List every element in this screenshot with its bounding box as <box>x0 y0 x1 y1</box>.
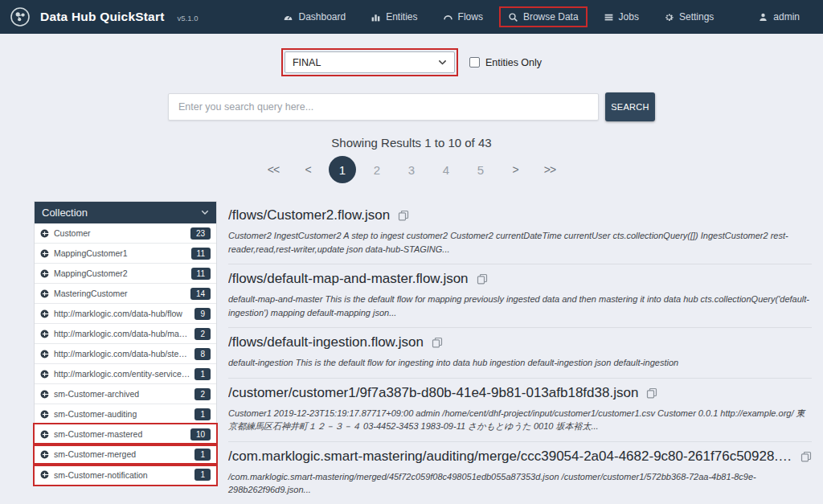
copy-icon[interactable] <box>477 273 488 285</box>
facet-item-label: sm-Customer-notification <box>54 470 148 480</box>
entities-only-checkbox[interactable]: Entities Only <box>469 57 542 68</box>
nav-item-label: Flows <box>458 11 483 23</box>
nav-item-settings[interactable]: Settings <box>655 6 723 27</box>
facet-item-masteringcustomer[interactable]: MasteringCustomer 14 <box>35 284 216 304</box>
facet-item-http-marklogic-com-entity-services-models[interactable]: http://marklogic.com/entity-services/mod… <box>35 364 216 384</box>
database-select[interactable]: FINAL <box>285 51 455 73</box>
copy-icon[interactable] <box>646 387 657 399</box>
facet-item-mappingcustomer2[interactable]: MappingCustomer2 11 <box>35 264 216 284</box>
search-results: /flows/Customer2.flow.json Customer2 Ing… <box>228 201 812 504</box>
circle-plus-icon[interactable] <box>40 450 49 459</box>
chevron-down-icon <box>438 59 447 65</box>
facet-item-label: sm-Customer-archived <box>54 389 139 399</box>
result-title-link[interactable]: /com.marklogic.smart-mastering/auditing/… <box>228 449 792 465</box>
result-title-link[interactable]: /flows/Customer2.flow.json <box>228 207 390 223</box>
settings-icon <box>664 12 674 23</box>
circle-plus-icon[interactable] <box>40 350 49 359</box>
dashboard-icon <box>283 12 293 23</box>
result-snippet: default-ingestion This is the default fl… <box>228 356 812 370</box>
page-button-5[interactable]: 5 <box>467 156 494 183</box>
facet-item-label: http://marklogic.com/data-hub/flow <box>54 309 182 318</box>
search-row: SEARCH <box>0 92 823 121</box>
facet-item-mappingcustomer1[interactable]: MappingCustomer1 11 <box>35 244 216 264</box>
facet-count-badge: 1 <box>194 449 211 461</box>
facet-item-label: http://marklogic.com/entity-services/mod… <box>54 369 190 379</box>
facet-item-customer[interactable]: Customer 23 <box>35 223 216 244</box>
facet-item-sm-customer-notification[interactable]: sm-Customer-notification 1 <box>35 465 216 485</box>
result-snippet: /com.marklogic.smart-mastering/merged/45… <box>228 470 812 497</box>
main-content: FINAL Entities Only SEARCH Showing Resul… <box>0 48 823 504</box>
facet-item-sm-customer-merged[interactable]: sm-Customer-merged 1 <box>35 445 216 465</box>
copy-icon[interactable] <box>800 451 812 462</box>
flows-icon <box>443 12 453 23</box>
next-page-button[interactable]: > <box>502 156 529 183</box>
nav-item-flows[interactable]: Flows <box>434 6 492 27</box>
page-button-3[interactable]: 3 <box>398 156 425 183</box>
circle-plus-icon[interactable] <box>40 370 49 379</box>
facet-item-http-marklogic-com-data-hub-step-definition[interactable]: http://marklogic.com/data-hub/step-defin… <box>35 344 216 364</box>
search-result: /flows/default-ingestion.flow.json defau… <box>228 328 812 379</box>
facet-item-label: sm-Customer-mastered <box>54 429 142 439</box>
result-title-link[interactable]: /flows/default-ingestion.flow.json <box>228 334 424 350</box>
page-button-4[interactable]: 4 <box>432 156 460 183</box>
collection-facet-header[interactable]: Collection <box>35 202 216 223</box>
search-button[interactable]: SEARCH <box>605 92 655 121</box>
facet-count-badge: 8 <box>194 348 211 360</box>
database-select-value: FINAL <box>293 57 321 68</box>
circle-plus-icon[interactable] <box>40 229 49 238</box>
facet-item-sm-customer-archived[interactable]: sm-Customer-archived 2 <box>35 384 216 404</box>
chevron-down-icon <box>201 210 209 215</box>
nav-item-browse-data[interactable]: Browse Data <box>499 6 588 27</box>
nav-item-admin[interactable]: admin <box>749 6 809 27</box>
facet-count-badge: 14 <box>190 288 211 300</box>
datahub-logo-icon <box>10 6 31 27</box>
circle-plus-icon[interactable] <box>40 289 49 298</box>
last-page-button[interactable]: >> <box>536 156 563 183</box>
result-snippet: default-map-and-master This is the defau… <box>228 293 812 319</box>
facet-count-badge: 1 <box>194 368 211 380</box>
nav-item-label: admin <box>773 11 800 23</box>
entities-icon <box>371 12 381 23</box>
user-icon <box>758 12 768 23</box>
nav-item-dashboard[interactable]: Dashboard <box>274 6 354 27</box>
copy-icon[interactable] <box>432 337 443 348</box>
nav-item-entities[interactable]: Entities <box>362 6 426 27</box>
copy-icon[interactable] <box>398 210 409 221</box>
page-button-1[interactable]: 1 <box>329 156 356 183</box>
facet-item-label: http://marklogic.com/data-hub/mappings <box>54 329 190 338</box>
prev-page-button[interactable]: < <box>294 156 321 183</box>
result-title-link[interactable]: /customer/customer1/9f7a387b-d80b-41e4-9… <box>228 385 638 401</box>
search-input[interactable] <box>168 93 599 121</box>
nav-item-label: Dashboard <box>298 11 346 23</box>
facet-count-badge: 10 <box>190 428 211 440</box>
app-version: v5.1.0 <box>178 14 199 23</box>
first-page-button[interactable]: << <box>260 156 287 183</box>
facet-item-http-marklogic-com-data-hub-mappings[interactable]: http://marklogic.com/data-hub/mappings 2 <box>35 324 216 344</box>
circle-plus-icon[interactable] <box>40 430 49 439</box>
body-row: Collection Customer 23 <box>34 201 812 504</box>
circle-plus-icon[interactable] <box>40 390 49 399</box>
facet-count-badge: 2 <box>194 388 211 400</box>
database-select-annotation-box: FINAL <box>281 48 458 76</box>
nav-item-label: Jobs <box>619 11 639 23</box>
app-title: Data Hub QuickStart <box>40 10 165 24</box>
facet-item-sm-customer-mastered[interactable]: sm-Customer-mastered 10 <box>35 424 216 445</box>
circle-plus-icon[interactable] <box>40 470 49 479</box>
result-snippet: Customer1 2019-12-23T15:19:17.87717+09:0… <box>228 407 812 433</box>
nav-item-jobs[interactable]: Jobs <box>595 6 648 27</box>
facet-item-http-marklogic-com-data-hub-flow[interactable]: http://marklogic.com/data-hub/flow 9 <box>35 304 216 324</box>
entities-only-label: Entities Only <box>485 57 542 68</box>
circle-plus-icon[interactable] <box>40 309 49 318</box>
circle-plus-icon[interactable] <box>40 249 49 258</box>
result-snippet: Customer2 IngestCustomer2 A step to inge… <box>228 229 812 256</box>
circle-plus-icon[interactable] <box>40 269 49 278</box>
facet-item-label: http://marklogic.com/data-hub/step-defin… <box>54 349 190 359</box>
results-summary: Showing Results 1 to 10 of 43 <box>0 136 823 150</box>
checkbox-box[interactable] <box>469 57 480 68</box>
page-button-2[interactable]: 2 <box>363 156 391 183</box>
circle-plus-icon[interactable] <box>40 330 49 338</box>
result-title-link[interactable]: /flows/default-map-and-master.flow.json <box>228 271 469 287</box>
circle-plus-icon[interactable] <box>40 410 49 419</box>
facet-item-sm-customer-auditing[interactable]: sm-Customer-auditing 1 <box>35 404 216 424</box>
facet-item-label: sm-Customer-merged <box>54 449 136 459</box>
